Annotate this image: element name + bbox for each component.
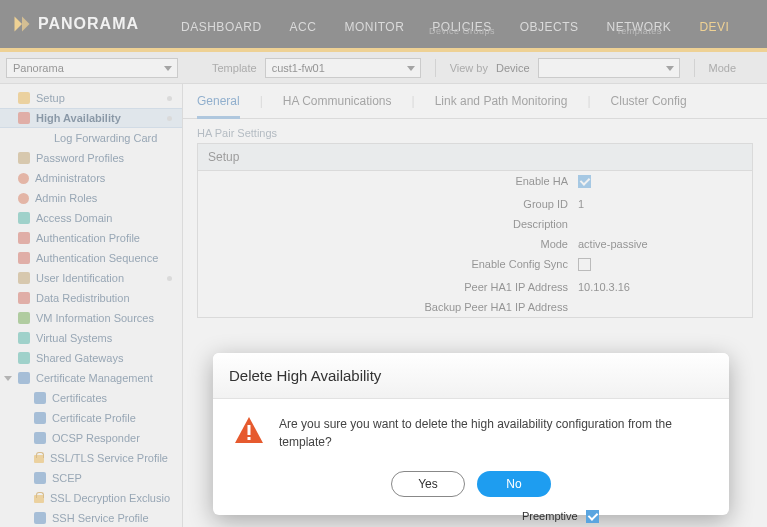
delete-ha-modal: Delete High Availability Are you sure yo… <box>213 353 729 515</box>
modal-message: Are you sure you want to delete the high… <box>279 415 709 451</box>
preemptive-label: Preemptive <box>522 510 578 522</box>
no-button[interactable]: No <box>477 471 551 497</box>
preemptive-row: Preemptive <box>197 505 767 527</box>
warning-icon <box>233 415 265 447</box>
modal-body: Are you sure you want to delete the high… <box>213 399 729 459</box>
svg-rect-1 <box>248 437 251 440</box>
modal-title: Delete High Availability <box>213 353 729 399</box>
yes-button[interactable]: Yes <box>391 471 465 497</box>
svg-rect-0 <box>248 425 251 435</box>
preemptive-checkbox[interactable] <box>586 510 599 523</box>
